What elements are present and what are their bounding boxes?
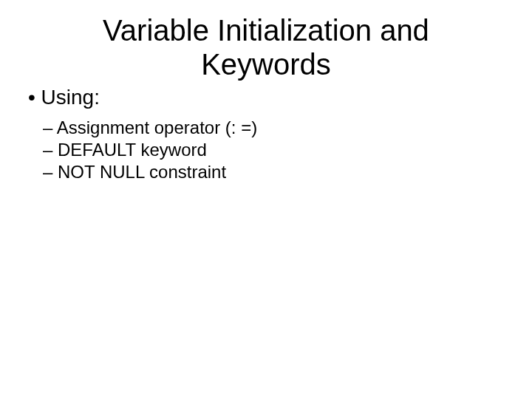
bullet-assignment-operator: Assignment operator (: =) [43, 117, 510, 139]
bullet-not-null-constraint: NOT NULL constraint [43, 161, 510, 183]
slide-container: Variable Initialization and Keywords Usi… [0, 0, 532, 399]
slide-title: Variable Initialization and Keywords [66, 13, 466, 81]
bullet-default-keyword: DEFAULT keyword [43, 139, 510, 161]
bullet-using: Using: [28, 86, 510, 109]
